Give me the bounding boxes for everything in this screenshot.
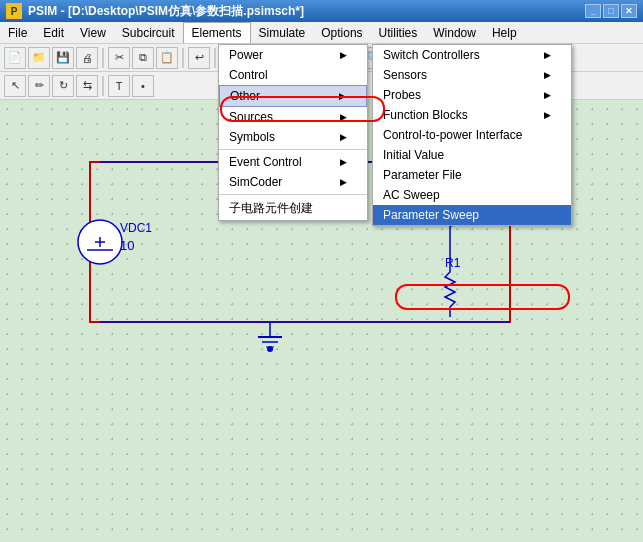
- rotate-button[interactable]: ↻: [52, 75, 74, 97]
- menu-initial-value[interactable]: Initial Value: [373, 145, 571, 165]
- title-controls: _ □ ✕: [585, 4, 637, 18]
- menu-probes[interactable]: Probes ▶: [373, 85, 571, 105]
- app-icon: P: [6, 3, 22, 19]
- sensors-arrow: ▶: [544, 70, 551, 80]
- menu-elements[interactable]: Elements: [183, 22, 251, 43]
- elements-dropdown: Power ▶ Control Other ▶ Sources ▶ Symbol…: [218, 44, 368, 221]
- menu-control-to-power[interactable]: Control-to-power Interface: [373, 125, 571, 145]
- menu-file[interactable]: File: [0, 22, 35, 43]
- wire-button[interactable]: ✏: [28, 75, 50, 97]
- svg-point-19: [267, 346, 273, 352]
- menu-window[interactable]: Window: [425, 22, 484, 43]
- menu-edit[interactable]: Edit: [35, 22, 72, 43]
- cut-button[interactable]: ✂: [108, 47, 130, 69]
- menu-symbols[interactable]: Symbols ▶: [219, 127, 367, 147]
- function-blocks-arrow: ▶: [544, 110, 551, 120]
- sep2: [182, 48, 184, 68]
- menu-ac-sweep[interactable]: AC Sweep: [373, 185, 571, 205]
- node-button[interactable]: •: [132, 75, 154, 97]
- sep-elements-2: [219, 194, 367, 195]
- simcoder-arrow: ▶: [340, 177, 347, 187]
- menu-subcircuit[interactable]: Subcircuit: [114, 22, 183, 43]
- menu-event-control[interactable]: Event Control ▶: [219, 152, 367, 172]
- sep3: [214, 48, 216, 68]
- window-title: PSIM - [D:\Desktop\PSIM仿真\参数扫描.psimsch*]: [28, 3, 304, 20]
- svg-text:VDC1: VDC1: [120, 221, 152, 235]
- undo-button[interactable]: ↩: [188, 47, 210, 69]
- save-button[interactable]: 💾: [52, 47, 74, 69]
- pointer-button[interactable]: ↖: [4, 75, 26, 97]
- new-button[interactable]: 📄: [4, 47, 26, 69]
- menu-help[interactable]: Help: [484, 22, 525, 43]
- menu-simcoder[interactable]: SimCoder ▶: [219, 172, 367, 192]
- probes-arrow: ▶: [544, 90, 551, 100]
- close-button[interactable]: ✕: [621, 4, 637, 18]
- menu-simulate[interactable]: Simulate: [251, 22, 314, 43]
- menu-other[interactable]: Other ▶: [219, 85, 367, 107]
- symbols-arrow: ▶: [340, 132, 347, 142]
- switch-controllers-arrow: ▶: [544, 50, 551, 60]
- menu-parameter-sweep[interactable]: Parameter Sweep: [373, 205, 571, 225]
- minimize-button[interactable]: _: [585, 4, 601, 18]
- menu-view[interactable]: View: [72, 22, 114, 43]
- maximize-button[interactable]: □: [603, 4, 619, 18]
- label-button[interactable]: T: [108, 75, 130, 97]
- open-button[interactable]: 📁: [28, 47, 50, 69]
- menu-bar: File Edit View Subcircuit Elements Simul…: [0, 22, 643, 44]
- print-button[interactable]: 🖨: [76, 47, 98, 69]
- other-arrow: ▶: [339, 91, 346, 101]
- menu-sensors[interactable]: Sensors ▶: [373, 65, 571, 85]
- copy-button[interactable]: ⧉: [132, 47, 154, 69]
- menu-subcircuit-create[interactable]: 子电路元件创建: [219, 197, 367, 220]
- menu-switch-controllers[interactable]: Switch Controllers ▶: [373, 45, 571, 65]
- paste-button[interactable]: 📋: [156, 47, 178, 69]
- menu-sources[interactable]: Sources ▶: [219, 107, 367, 127]
- menu-power[interactable]: Power ▶: [219, 45, 367, 65]
- event-control-arrow: ▶: [340, 157, 347, 167]
- sep5: [102, 76, 104, 96]
- svg-text:10: 10: [120, 238, 134, 253]
- menu-utilities[interactable]: Utilities: [371, 22, 426, 43]
- menu-parameter-file[interactable]: Parameter File: [373, 165, 571, 185]
- menu-control[interactable]: Control: [219, 65, 367, 85]
- menu-function-blocks[interactable]: Function Blocks ▶: [373, 105, 571, 125]
- sep-elements-1: [219, 149, 367, 150]
- menu-options[interactable]: Options: [313, 22, 370, 43]
- other-submenu: Switch Controllers ▶ Sensors ▶ Probes ▶ …: [372, 44, 572, 226]
- svg-text:R1: R1: [445, 256, 461, 270]
- title-bar: P PSIM - [D:\Desktop\PSIM仿真\参数扫描.psimsch…: [0, 0, 643, 22]
- flip-button[interactable]: ⇆: [76, 75, 98, 97]
- sources-arrow: ▶: [340, 112, 347, 122]
- power-arrow: ▶: [340, 50, 347, 60]
- sep1: [102, 48, 104, 68]
